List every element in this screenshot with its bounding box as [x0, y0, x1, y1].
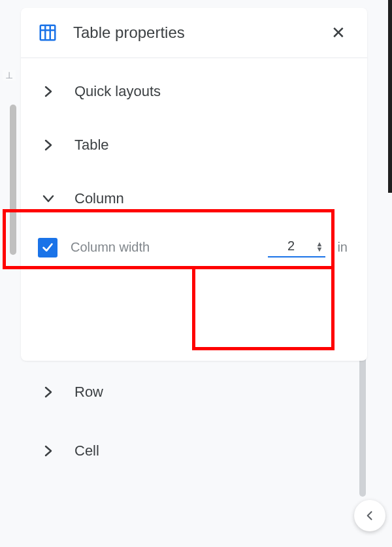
section-cell[interactable]: Cell [21, 422, 348, 480]
section-label: Column [74, 190, 124, 207]
section-label: Row [74, 384, 103, 401]
close-icon: ✕ [331, 23, 346, 43]
table-properties-panel: Table properties ✕ Quick layouts Table C… [21, 8, 367, 361]
panel-body: Quick layouts Table Column Column width … [21, 58, 367, 276]
section-column[interactable]: Column [21, 172, 367, 225]
chevron-right-icon [41, 137, 56, 153]
ruler-tick: ⊥ [3, 70, 16, 80]
column-width-label: Column width [71, 240, 268, 255]
close-button[interactable]: ✕ [328, 22, 349, 43]
chevron-down-icon [41, 191, 56, 207]
chevron-right-icon [41, 443, 56, 459]
column-width-value: 2 [278, 239, 304, 254]
column-width-stepper[interactable]: ▲ ▼ [316, 241, 323, 252]
column-width-input[interactable]: 2 ▲ ▼ [268, 237, 326, 257]
panel-header: Table properties ✕ [21, 8, 367, 58]
section-label: Quick layouts [74, 83, 161, 100]
section-label: Cell [74, 442, 99, 459]
column-width-row: Column width 2 ▲ ▼ in [21, 225, 367, 269]
collapse-button[interactable] [354, 500, 385, 531]
svg-rect-0 [41, 25, 56, 41]
chevron-right-icon [41, 84, 56, 99]
column-width-unit: in [337, 240, 348, 255]
stepper-down-icon[interactable]: ▼ [316, 246, 323, 252]
chevron-right-icon [41, 384, 56, 400]
chevron-left-icon [363, 509, 376, 522]
panel-title: Table properties [73, 24, 328, 42]
section-table[interactable]: Table [21, 118, 367, 172]
table-icon [38, 23, 57, 42]
scrollbar-left[interactable] [10, 105, 16, 255]
column-width-checkbox[interactable] [38, 238, 57, 257]
section-label: Table [74, 137, 109, 154]
check-icon [41, 240, 55, 255]
section-quick-layouts[interactable]: Quick layouts [21, 65, 367, 118]
section-row[interactable]: Row [21, 363, 348, 422]
lower-sections: Row Cell [21, 363, 348, 480]
window-edge [388, 0, 392, 193]
